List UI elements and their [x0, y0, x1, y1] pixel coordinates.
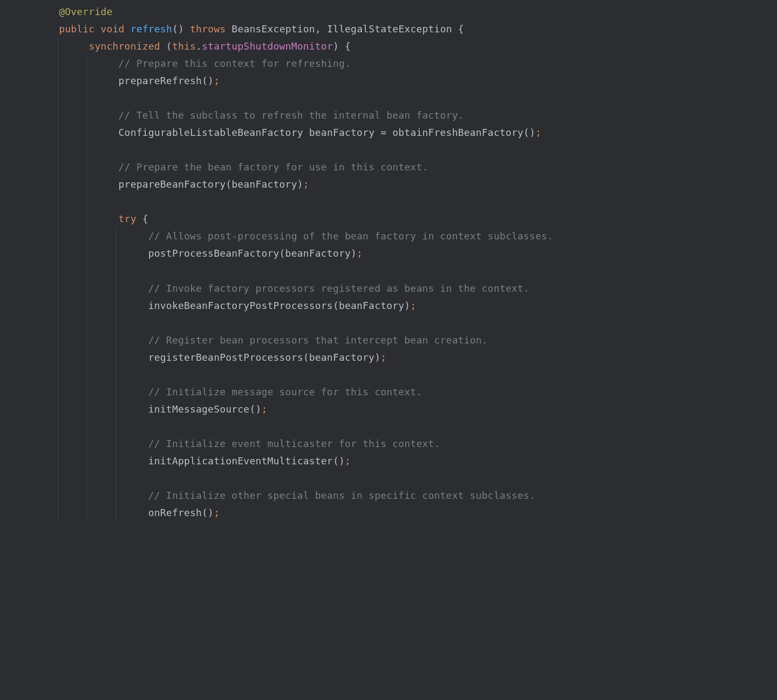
token-cmt: // Initialize message source for this co… [148, 386, 422, 397]
token-cls: IllegalStateException [327, 23, 452, 35]
indent-guide [87, 280, 87, 297]
indent-guide [87, 435, 87, 452]
token-kw: try [119, 213, 137, 224]
indent-guide [58, 245, 58, 262]
indent-guide [115, 435, 116, 452]
indent-guide [115, 245, 116, 262]
indent-guide [58, 159, 58, 176]
indent-guide [58, 383, 58, 401]
indent [29, 127, 119, 138]
indent-guide [87, 124, 87, 141]
token-semicolon: ; [535, 127, 541, 138]
indent [29, 403, 148, 415]
indent [29, 317, 148, 328]
indent [29, 196, 119, 207]
token-id: postProcessBeanFactory(beanFactory) [148, 248, 357, 259]
token-semicolon: ; [345, 455, 351, 466]
indent [29, 421, 148, 432]
token-cmt: // Prepare the bean factory for use in t… [119, 161, 428, 173]
indent-guide [87, 314, 87, 332]
token-cmt: // Tell the subclass to refresh the inte… [119, 109, 464, 121]
indent-guide [115, 418, 116, 435]
indent-guide [87, 55, 87, 72]
indent-guide [115, 470, 116, 487]
token-pn: ) { [333, 40, 351, 52]
token-pn [226, 23, 231, 35]
code-line: // Tell the subclass to refresh the inte… [0, 107, 777, 124]
indent-guide [58, 141, 58, 159]
indent-guide [115, 383, 116, 401]
indent-guide [58, 332, 58, 349]
indent-guide [58, 124, 58, 141]
indent [29, 161, 119, 173]
indent-guide [58, 228, 58, 245]
code-line: // Invoke factory processors registered … [0, 280, 777, 297]
indent [29, 490, 148, 501]
code-line: // Initialize event multicaster for this… [0, 435, 777, 452]
indent-guide [87, 401, 87, 418]
token-cmt: // Initialize other special beans in spe… [148, 490, 535, 501]
code-line: try { [0, 210, 777, 228]
token-mdef: refresh [131, 23, 172, 35]
indent-guide [58, 72, 58, 90]
token-cmt: // Allows post-processing of the bean fa… [148, 230, 554, 242]
token-pn [94, 23, 100, 35]
token-pn: ( [160, 40, 172, 52]
indent-guide [115, 401, 116, 418]
indent [29, 144, 119, 155]
token-kw: public [59, 23, 94, 35]
code-line: @Override [0, 3, 777, 20]
indent [29, 265, 148, 276]
code-editor[interactable]: @Override public void refresh() throws B… [0, 0, 777, 700]
code-line: prepareBeanFactory(beanFactory); [0, 176, 777, 193]
indent-guide [115, 280, 116, 297]
indent-guide [58, 314, 58, 332]
indent-guide [115, 314, 116, 332]
indent-guide [58, 452, 58, 470]
indent-guide [87, 262, 87, 279]
indent-guide [115, 366, 116, 383]
indent [29, 369, 148, 380]
token-semicolon: ; [380, 352, 386, 363]
indent-guide [115, 332, 116, 349]
code-line: ConfigurableListableBeanFactory beanFact… [0, 124, 777, 141]
code-line: public void refresh() throws BeansExcept… [0, 20, 777, 38]
token-id: initApplicationEventMulticaster() [148, 455, 345, 466]
indent-guide [87, 418, 87, 435]
token-semicolon: ; [214, 507, 220, 518]
code-line: registerBeanPostProcessors(beanFactory); [0, 349, 777, 366]
indent [29, 40, 88, 52]
token-cmt: // Prepare this context for refreshing. [119, 58, 351, 69]
indent-guide [58, 401, 58, 418]
indent-guide [58, 366, 58, 383]
indent-guide [87, 107, 87, 124]
indent-guide [115, 487, 116, 504]
indent-guide [58, 504, 58, 521]
indent-guide [87, 332, 87, 349]
indent-guide [87, 383, 87, 401]
token-ann: @Override [59, 6, 112, 17]
code-line: initMessageSource(); [0, 401, 777, 418]
code-line [0, 262, 777, 279]
code-line [0, 90, 777, 107]
indent-guide [115, 228, 116, 245]
indent-guide [58, 90, 58, 107]
indent [29, 213, 119, 224]
indent-guide [115, 262, 116, 279]
indent-guide [115, 504, 116, 521]
indent [29, 58, 119, 69]
indent-guide [87, 159, 87, 176]
indent [29, 248, 148, 259]
indent-guide [58, 210, 58, 228]
indent [29, 507, 148, 518]
indent-guide [87, 228, 87, 245]
token-id: prepareBeanFactory(beanFactory) [119, 179, 303, 190]
code-line: // Initialize other special beans in spe… [0, 487, 777, 504]
indent-guide [87, 470, 87, 487]
code-line: initApplicationEventMulticaster(); [0, 452, 777, 470]
code-line: // Initialize message source for this co… [0, 383, 777, 401]
token-pn: () [172, 23, 190, 35]
indent-guide [115, 349, 116, 366]
indent [29, 6, 59, 17]
token-id: beanFactory = obtainFreshBeanFactory() [309, 127, 535, 138]
